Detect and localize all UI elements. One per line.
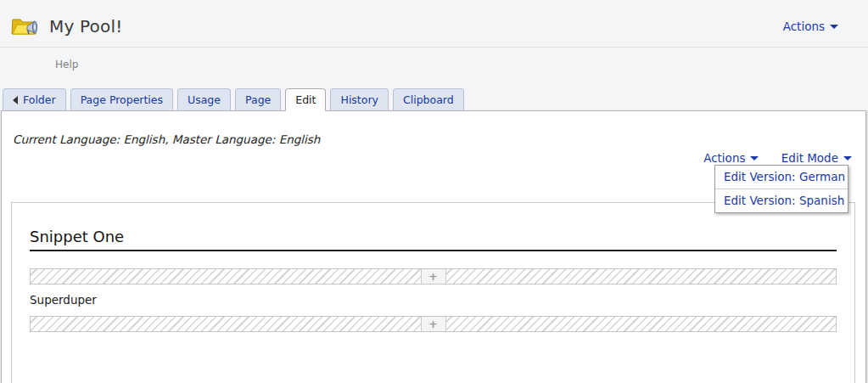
tab-label: Usage (188, 93, 221, 106)
tab-label: Page (245, 93, 271, 106)
header-actions-label: Actions (783, 20, 825, 33)
tab-clipboard[interactable]: Clipboard (393, 88, 464, 111)
chevron-down-icon (750, 156, 759, 161)
chevron-left-icon (13, 96, 18, 104)
tab-usage[interactable]: Usage (177, 88, 231, 111)
header: My Pool! Actions Help Folder Page Proper… (0, 0, 868, 111)
document-editor: Snippet One + Superduper + (11, 202, 855, 383)
content-block-text: Superduper (30, 293, 837, 307)
tab-page[interactable]: Page (235, 88, 281, 111)
tab-folder-back[interactable]: Folder (3, 88, 66, 111)
edit-mode-label: Edit Mode (781, 151, 838, 165)
tab-edit[interactable]: Edit (285, 88, 326, 111)
slot-stripes (446, 269, 837, 284)
add-block-button[interactable]: + (421, 269, 446, 284)
tab-label: Page Properties (81, 93, 163, 106)
slot-stripes (31, 317, 421, 331)
edit-mode-menu[interactable]: Edit Mode (781, 151, 852, 165)
editor-toolbar-links: Actions Edit Mode (685, 151, 852, 165)
chevron-down-icon (843, 156, 852, 161)
page-title: My Pool! (49, 16, 783, 37)
menu-item-edit-version-spanish[interactable]: Edit Version: Spanish (715, 189, 848, 212)
tab-label: Edit (295, 93, 316, 106)
document-heading: Snippet One (30, 228, 837, 251)
tab-history[interactable]: History (330, 88, 388, 111)
language-status: Current Language: English, Master Langua… (2, 111, 865, 146)
tab-bar: Folder Page Properties Usage Page Edit H… (0, 75, 868, 111)
announcement-folder-icon (10, 14, 39, 39)
actions-dropdown: Edit Version: German Edit Version: Spani… (714, 165, 848, 213)
header-actions-menu[interactable]: Actions (783, 20, 838, 33)
editor-actions-label: Actions (703, 151, 745, 165)
tab-label: History (340, 93, 378, 106)
add-block-bar: + (30, 268, 837, 284)
tab-page-properties[interactable]: Page Properties (70, 88, 173, 111)
editor-actions-menu[interactable]: Actions (703, 151, 759, 165)
menu-item-edit-version-german[interactable]: Edit Version: German (715, 166, 848, 189)
header-sub-row: Help (0, 48, 868, 75)
add-block-button[interactable]: + (421, 317, 446, 331)
chevron-down-icon (830, 25, 838, 29)
header-title-row: My Pool! Actions (0, 0, 868, 48)
slot-stripes (31, 269, 421, 284)
content-panel: Current Language: English, Master Langua… (1, 110, 866, 383)
add-block-bar: + (30, 316, 837, 332)
tab-label: Clipboard (403, 93, 454, 106)
slot-stripes (446, 317, 837, 331)
help-link[interactable]: Help (55, 59, 78, 70)
tab-label: Folder (23, 93, 56, 106)
